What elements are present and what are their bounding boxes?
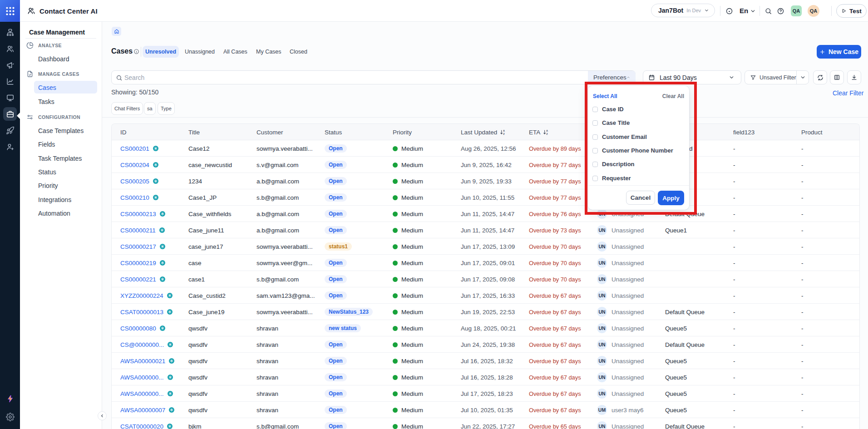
svg-text:A: A	[546, 129, 548, 132]
svg-text:Z: Z	[503, 132, 505, 135]
svg-text:A: A	[503, 129, 505, 132]
svg-text:Z: Z	[547, 132, 548, 135]
